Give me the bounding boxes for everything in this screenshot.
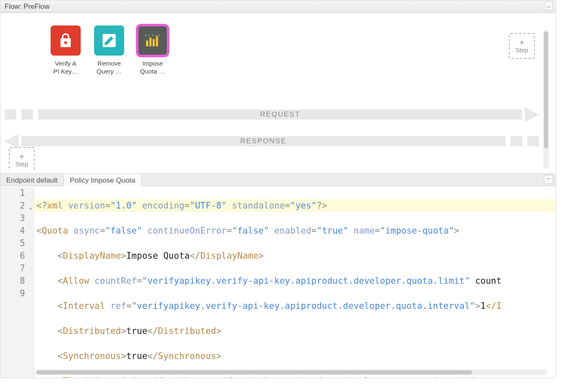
request-source-dashes [5,109,33,120]
response-target-dashes [511,136,539,146]
response-label: RESPONSE [230,136,296,146]
flow-header: Flow: PreFlow ︽ [0,0,556,13]
code-line[interactable]: <Interval ref="verifyapikey.verify-api-k… [34,300,556,312]
step-impose-quota[interactable]: Impose Quota … [135,25,170,76]
add-response-step-button[interactable]: + Step [9,147,35,173]
svg-rect-4 [156,36,158,47]
code-line[interactable]: <Distributed>true</Distributed> [34,325,556,337]
code-line[interactable]: <DisplayName>Impose Quota</DisplayName> [34,249,556,262]
tab-endpoint-default[interactable]: Endpoint default [0,173,64,186]
editor-tabs: Endpoint default Policy Impose Quota ︾ [0,173,556,186]
collapse-flow-button[interactable]: ︽ [544,1,553,10]
plus-icon: + [19,153,24,161]
xml-editor[interactable]: 1 2▼ 3 4 5 6 7 8 9 <?xml version="1.0" e… [0,187,556,378]
code-line[interactable]: <TimeUnit ref="verifyapikey.verify-api-k… [34,375,556,378]
svg-rect-1 [146,41,148,46]
request-flow-row: REQUEST [5,107,539,122]
arrow-left-icon [5,134,19,149]
code-line[interactable]: <?xml version="1.0" encoding="UTF-8" sta… [34,199,556,212]
editor-horizontal-scrollbar[interactable] [35,369,547,375]
code-line[interactable]: <Synchronous>true</Synchronous> [34,350,556,362]
step-label: Verify A PI Key… [48,60,83,76]
step-verify-api-key[interactable]: Verify A PI Key… [48,25,83,76]
pencil-icon [94,25,124,56]
scrollbar-thumb[interactable] [544,31,548,148]
chevron-double-down-icon: ︾ [546,176,551,183]
flow-vertical-scrollbar[interactable] [543,30,549,169]
plus-icon: + [519,38,524,47]
code-line[interactable]: <Allow countRef="verifyapikey.verify-api… [34,275,556,287]
tab-policy-impose-quota[interactable]: Policy Impose Quota [64,174,142,186]
flow-title: Flow: PreFlow [5,3,50,11]
request-label: REQUEST [250,109,310,120]
scrollbar-thumb[interactable] [36,370,472,374]
step-label: Remove Query … [92,60,126,76]
chevron-double-up-icon: ︽ [546,3,551,9]
quota-icon [138,25,168,56]
svg-rect-3 [153,39,155,47]
step-label: Impose Quota … [135,60,170,76]
response-flow-row: RESPONSE [5,134,539,148]
proxy-editor-panel: Flow: PreFlow ︽ Verify A PI Key… [0,0,556,378]
line-gutter: 1 2▼ 3 4 5 6 7 8 9 [0,187,34,378]
code-body[interactable]: <?xml version="1.0" encoding="UTF-8" sta… [34,187,556,378]
request-steps: Verify A PI Key… Remove Query … Impo [48,25,170,76]
flow-diagram: Verify A PI Key… Remove Query … Impo [0,13,556,173]
arrow-right-icon [525,107,539,122]
step-remove-query[interactable]: Remove Query … [92,25,126,76]
lock-icon [51,25,81,56]
add-request-step-button[interactable]: + Step [509,33,535,59]
svg-rect-2 [149,38,151,46]
expand-editor-button[interactable]: ︾ [544,175,553,184]
code-line[interactable]: <Quota async="false" continueOnError="fa… [34,224,556,237]
